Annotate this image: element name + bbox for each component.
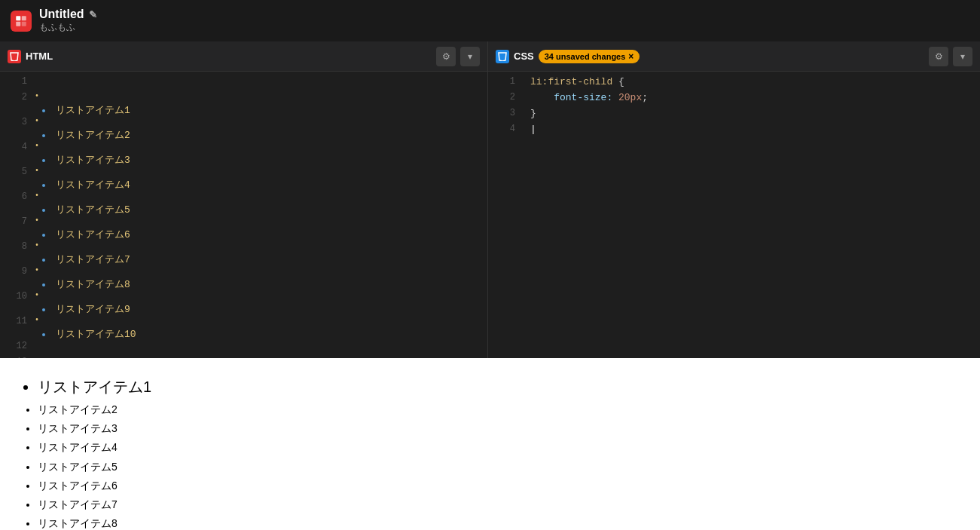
list-item: リストアイテム6 bbox=[38, 476, 957, 495]
line-number: 9 bbox=[6, 266, 27, 277]
html-dropdown-button[interactable]: ▾ bbox=[460, 47, 480, 66]
line-number: 11 bbox=[6, 316, 27, 326]
line-number: 6 bbox=[6, 191, 27, 202]
line-dot: • bbox=[35, 266, 42, 274]
unsaved-badge: 34 unsaved changes × bbox=[539, 50, 640, 63]
line-number: 1 bbox=[6, 76, 27, 87]
line-content: font-size: 20px; bbox=[530, 92, 974, 103]
css-code-area[interactable]: 1 li:first-child {2 font-size: 20px;3 }4… bbox=[488, 72, 980, 358]
css-panel: CSS 34 unsaved changes × ⚙ ▾ 1 li:first-… bbox=[488, 41, 980, 358]
line-number: 3 bbox=[6, 117, 27, 127]
line-dot bbox=[523, 76, 530, 84]
line-dot: • bbox=[35, 241, 42, 250]
line-dot bbox=[35, 76, 42, 84]
title-area: Untitled ✎ もふもふ bbox=[39, 8, 97, 34]
html-code-line: 3• リストアイテム2 bbox=[0, 117, 487, 142]
line-number: 10 bbox=[6, 291, 27, 302]
line-dot bbox=[523, 124, 530, 132]
line-content: リストアイテム9 bbox=[42, 291, 481, 316]
line-content: リストアイテム2 bbox=[42, 117, 481, 142]
line-number: 7 bbox=[6, 216, 27, 227]
css-settings-button[interactable]: ⚙ bbox=[929, 47, 948, 66]
html-settings-button[interactable]: ⚙ bbox=[436, 47, 456, 66]
editor-area: HTML ⚙ ▾ 1 2• リストアイテム13• リストアイテム24• リストア… bbox=[0, 41, 980, 358]
line-dot: • bbox=[35, 142, 42, 150]
line-dot: • bbox=[35, 167, 42, 175]
app-logo bbox=[11, 11, 32, 32]
line-dot bbox=[523, 108, 530, 116]
line-number: 4 bbox=[494, 124, 515, 134]
badge-text: 34 unsaved changes bbox=[545, 52, 626, 61]
list-item: リストアイテム4 bbox=[38, 438, 957, 457]
list-item: リストアイテム1 bbox=[38, 373, 957, 400]
line-dot: • bbox=[35, 117, 42, 125]
top-bar: Untitled ✎ もふもふ bbox=[0, 0, 980, 41]
line-content: } bbox=[530, 108, 974, 119]
html-code-line: 2• リストアイテム1 bbox=[0, 92, 487, 117]
svg-marker-5 bbox=[499, 53, 506, 61]
svg-rect-1 bbox=[22, 16, 26, 20]
list-item: リストアイテム2 bbox=[38, 400, 957, 419]
list-item: リストアイテム8 bbox=[38, 514, 957, 530]
line-dot: • bbox=[35, 291, 42, 299]
line-number: 1 bbox=[494, 76, 515, 87]
css-tab: CSS 34 unsaved changes × bbox=[496, 50, 640, 63]
html-code-line: 13 bbox=[0, 357, 487, 358]
line-content: リストアイテム8 bbox=[42, 266, 481, 291]
html-code-line: 11• リストアイテム10 bbox=[0, 316, 487, 341]
project-title: Untitled ✎ bbox=[39, 8, 97, 21]
html-code-line: 10• リストアイテム9 bbox=[0, 291, 487, 316]
line-dot bbox=[523, 92, 530, 100]
css-icon bbox=[496, 50, 509, 63]
svg-rect-3 bbox=[22, 21, 26, 26]
line-dot: • bbox=[35, 316, 42, 324]
line-dot: • bbox=[35, 216, 42, 225]
line-content: リストアイテム10 bbox=[42, 316, 481, 341]
css-dropdown-button[interactable]: ▾ bbox=[953, 47, 972, 66]
line-dot: • bbox=[35, 191, 42, 200]
line-number: 2 bbox=[6, 92, 27, 103]
line-content: リストアイテム1 bbox=[42, 92, 481, 117]
line-dot: • bbox=[35, 92, 42, 100]
html-code-line: 9• リストアイテム8 bbox=[0, 266, 487, 291]
project-subtitle: もふもふ bbox=[39, 21, 97, 34]
svg-marker-4 bbox=[11, 53, 18, 61]
css-panel-controls: ⚙ ▾ bbox=[929, 47, 972, 66]
html-code-line: 6• リストアイテム5 bbox=[0, 191, 487, 216]
html-code-area[interactable]: 1 2• リストアイテム13• リストアイテム24• リストアイテム35• リス… bbox=[0, 72, 487, 358]
line-content: リストアイテム4 bbox=[42, 167, 481, 191]
list-item: リストアイテム5 bbox=[38, 458, 957, 476]
css-code-line: 3 } bbox=[488, 108, 980, 124]
css-code-line: 4 | bbox=[488, 124, 980, 139]
line-number: 13 bbox=[6, 357, 27, 358]
css-code-line: 1 li:first-child { bbox=[488, 76, 980, 92]
html-tab-label: HTML bbox=[26, 51, 53, 62]
html-code-line: 8• リストアイテム7 bbox=[0, 241, 487, 266]
line-dot bbox=[35, 357, 42, 358]
list-item: リストアイテム7 bbox=[38, 495, 957, 514]
html-code-line: 5• リストアイテム4 bbox=[0, 167, 487, 191]
html-code-line: 7• リストアイテム6 bbox=[0, 216, 487, 241]
line-content: リストアイテム6 bbox=[42, 216, 481, 241]
preview-area: リストアイテム1リストアイテム2リストアイテム3リストアイテム4リストアイテム5… bbox=[0, 358, 980, 530]
line-content: li:first-child { bbox=[530, 76, 974, 87]
svg-rect-2 bbox=[16, 21, 20, 26]
html-panel: HTML ⚙ ▾ 1 2• リストアイテム13• リストアイテム24• リストア… bbox=[0, 41, 488, 358]
html-panel-controls: ⚙ ▾ bbox=[436, 47, 480, 66]
line-content: リストアイテム3 bbox=[42, 142, 481, 167]
css-code-line: 2 font-size: 20px; bbox=[488, 92, 980, 108]
line-content: | bbox=[530, 124, 974, 135]
edit-icon[interactable]: ✎ bbox=[89, 9, 97, 20]
html-icon bbox=[8, 50, 21, 63]
html-code-line: 1 bbox=[0, 76, 487, 92]
css-panel-header: CSS 34 unsaved changes × ⚙ ▾ bbox=[488, 41, 980, 72]
line-dot bbox=[35, 341, 42, 349]
title-text: Untitled bbox=[39, 8, 84, 21]
html-tab: HTML bbox=[8, 50, 53, 63]
html-panel-header: HTML ⚙ ▾ bbox=[0, 41, 487, 72]
badge-close-button[interactable]: × bbox=[628, 51, 633, 62]
html-code-line: 4• リストアイテム3 bbox=[0, 142, 487, 167]
line-number: 8 bbox=[6, 241, 27, 252]
line-content: リストアイテム5 bbox=[42, 191, 481, 216]
line-number: 5 bbox=[6, 167, 27, 177]
